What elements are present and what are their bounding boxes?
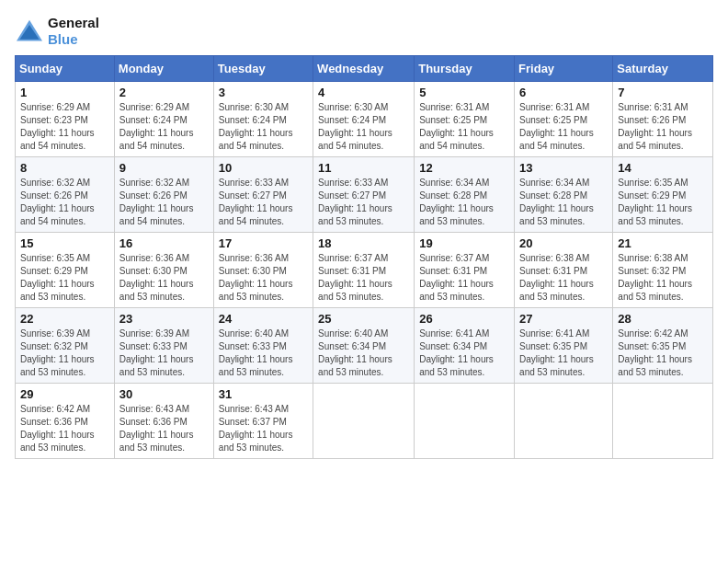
day-info: Sunrise: 6:33 AMSunset: 6:27 PMDaylight:…	[318, 178, 392, 226]
calendar-day-cell: 1 Sunrise: 6:29 AMSunset: 6:23 PMDayligh…	[16, 82, 115, 157]
day-number: 10	[219, 161, 308, 175]
calendar-day-cell: 14 Sunrise: 6:35 AMSunset: 6:29 PMDaylig…	[613, 157, 713, 233]
day-info: Sunrise: 6:38 AMSunset: 6:31 PMDaylight:…	[519, 253, 594, 302]
calendar-week-row: 8 Sunrise: 6:32 AMSunset: 6:26 PMDayligh…	[16, 157, 713, 233]
day-number: 24	[219, 312, 308, 326]
calendar-day-header: Thursday	[415, 56, 515, 82]
day-number: 4	[318, 86, 409, 99]
calendar-day-header: Tuesday	[213, 56, 313, 82]
calendar-day-cell: 16 Sunrise: 6:36 AMSunset: 6:30 PMDaylig…	[114, 233, 213, 308]
calendar-day-cell	[415, 384, 515, 459]
calendar-day-cell	[515, 384, 613, 459]
day-number: 23	[119, 312, 209, 326]
day-number: 25	[318, 312, 409, 326]
day-number: 31	[219, 387, 308, 401]
calendar-day-cell: 25 Sunrise: 6:40 AMSunset: 6:34 PMDaylig…	[313, 308, 415, 384]
day-info: Sunrise: 6:32 AMSunset: 6:26 PMDaylight:…	[119, 178, 194, 226]
calendar-day-cell: 12 Sunrise: 6:34 AMSunset: 6:28 PMDaylig…	[415, 157, 515, 233]
day-info: Sunrise: 6:42 AMSunset: 6:35 PMDaylight:…	[618, 328, 692, 377]
day-number: 28	[618, 312, 708, 326]
calendar-day-cell: 11 Sunrise: 6:33 AMSunset: 6:27 PMDaylig…	[313, 157, 415, 233]
day-info: Sunrise: 6:32 AMSunset: 6:26 PMDaylight:…	[20, 178, 95, 226]
calendar-day-cell: 19 Sunrise: 6:37 AMSunset: 6:31 PMDaylig…	[415, 233, 515, 308]
day-number: 13	[519, 161, 608, 175]
day-info: Sunrise: 6:43 AMSunset: 6:36 PMDaylight:…	[119, 404, 194, 453]
calendar-day-cell: 15 Sunrise: 6:35 AMSunset: 6:29 PMDaylig…	[16, 233, 115, 308]
day-number: 20	[519, 236, 608, 250]
day-info: Sunrise: 6:30 AMSunset: 6:24 PMDaylight:…	[318, 102, 392, 151]
calendar-week-row: 22 Sunrise: 6:39 AMSunset: 6:32 PMDaylig…	[16, 308, 713, 384]
calendar-day-cell: 13 Sunrise: 6:34 AMSunset: 6:28 PMDaylig…	[515, 157, 613, 233]
calendar-day-cell: 27 Sunrise: 6:41 AMSunset: 6:35 PMDaylig…	[515, 308, 613, 384]
calendar-day-cell	[613, 384, 713, 459]
day-number: 30	[119, 387, 209, 401]
day-info: Sunrise: 6:39 AMSunset: 6:33 PMDaylight:…	[119, 328, 194, 377]
calendar-day-cell: 21 Sunrise: 6:38 AMSunset: 6:32 PMDaylig…	[613, 233, 713, 308]
calendar-day-cell: 23 Sunrise: 6:39 AMSunset: 6:33 PMDaylig…	[114, 308, 213, 384]
calendar-day-cell: 29 Sunrise: 6:42 AMSunset: 6:36 PMDaylig…	[16, 384, 115, 459]
day-number: 8	[20, 161, 109, 175]
day-info: Sunrise: 6:43 AMSunset: 6:37 PMDaylight:…	[219, 404, 293, 453]
day-info: Sunrise: 6:30 AMSunset: 6:24 PMDaylight:…	[219, 102, 293, 151]
day-info: Sunrise: 6:39 AMSunset: 6:32 PMDaylight:…	[20, 328, 95, 377]
day-info: Sunrise: 6:31 AMSunset: 6:25 PMDaylight:…	[519, 102, 594, 151]
calendar-day-cell: 8 Sunrise: 6:32 AMSunset: 6:26 PMDayligh…	[16, 157, 115, 233]
calendar-day-header: Monday	[114, 56, 213, 82]
day-info: Sunrise: 6:31 AMSunset: 6:26 PMDaylight:…	[618, 102, 692, 151]
day-number: 9	[119, 161, 209, 175]
day-number: 6	[519, 86, 608, 99]
calendar-header: SundayMondayTuesdayWednesdayThursdayFrid…	[16, 56, 713, 82]
calendar-week-row: 29 Sunrise: 6:42 AMSunset: 6:36 PMDaylig…	[16, 384, 713, 459]
day-number: 22	[20, 312, 109, 326]
day-info: Sunrise: 6:40 AMSunset: 6:34 PMDaylight:…	[318, 328, 392, 377]
day-number: 11	[318, 161, 409, 175]
calendar-day-cell: 30 Sunrise: 6:43 AMSunset: 6:36 PMDaylig…	[114, 384, 213, 459]
calendar-day-cell: 31 Sunrise: 6:43 AMSunset: 6:37 PMDaylig…	[213, 384, 313, 459]
calendar-week-row: 15 Sunrise: 6:35 AMSunset: 6:29 PMDaylig…	[16, 233, 713, 308]
calendar-day-header: Wednesday	[313, 56, 415, 82]
calendar-day-cell: 6 Sunrise: 6:31 AMSunset: 6:25 PMDayligh…	[515, 82, 613, 157]
day-number: 19	[419, 236, 509, 250]
day-info: Sunrise: 6:34 AMSunset: 6:28 PMDaylight:…	[519, 178, 594, 226]
calendar-day-header: Saturday	[613, 56, 713, 82]
calendar-table: SundayMondayTuesdayWednesdayThursdayFrid…	[15, 55, 713, 459]
calendar-day-header: Friday	[515, 56, 613, 82]
logo: General Blue	[15, 15, 99, 48]
logo-text: General Blue	[48, 15, 99, 48]
day-number: 26	[419, 312, 509, 326]
day-number: 15	[20, 236, 109, 250]
day-number: 5	[419, 86, 509, 99]
calendar-day-cell: 4 Sunrise: 6:30 AMSunset: 6:24 PMDayligh…	[313, 82, 415, 157]
calendar-day-cell: 20 Sunrise: 6:38 AMSunset: 6:31 PMDaylig…	[515, 233, 613, 308]
day-info: Sunrise: 6:35 AMSunset: 6:29 PMDaylight:…	[20, 253, 95, 302]
day-info: Sunrise: 6:29 AMSunset: 6:23 PMDaylight:…	[20, 102, 95, 151]
calendar-day-cell: 10 Sunrise: 6:33 AMSunset: 6:27 PMDaylig…	[213, 157, 313, 233]
calendar-body: 1 Sunrise: 6:29 AMSunset: 6:23 PMDayligh…	[16, 82, 713, 459]
day-number: 14	[618, 161, 708, 175]
day-info: Sunrise: 6:36 AMSunset: 6:30 PMDaylight:…	[219, 253, 293, 302]
calendar-day-cell: 17 Sunrise: 6:36 AMSunset: 6:30 PMDaylig…	[213, 233, 313, 308]
day-number: 16	[119, 236, 209, 250]
day-info: Sunrise: 6:36 AMSunset: 6:30 PMDaylight:…	[119, 253, 194, 302]
calendar-day-cell: 7 Sunrise: 6:31 AMSunset: 6:26 PMDayligh…	[613, 82, 713, 157]
day-info: Sunrise: 6:40 AMSunset: 6:33 PMDaylight:…	[219, 328, 293, 377]
calendar-day-cell: 28 Sunrise: 6:42 AMSunset: 6:35 PMDaylig…	[613, 308, 713, 384]
day-info: Sunrise: 6:41 AMSunset: 6:34 PMDaylight:…	[419, 328, 494, 377]
calendar-day-cell: 5 Sunrise: 6:31 AMSunset: 6:25 PMDayligh…	[415, 82, 515, 157]
day-number: 21	[618, 236, 708, 250]
calendar-day-header: Sunday	[16, 56, 115, 82]
day-number: 29	[20, 387, 109, 401]
day-info: Sunrise: 6:38 AMSunset: 6:32 PMDaylight:…	[618, 253, 692, 302]
calendar-day-cell: 26 Sunrise: 6:41 AMSunset: 6:34 PMDaylig…	[415, 308, 515, 384]
day-info: Sunrise: 6:29 AMSunset: 6:24 PMDaylight:…	[119, 102, 194, 151]
day-number: 17	[219, 236, 308, 250]
day-number: 18	[318, 236, 409, 250]
calendar-day-cell: 24 Sunrise: 6:40 AMSunset: 6:33 PMDaylig…	[213, 308, 313, 384]
day-number: 3	[219, 86, 308, 99]
calendar-day-cell: 2 Sunrise: 6:29 AMSunset: 6:24 PMDayligh…	[114, 82, 213, 157]
day-info: Sunrise: 6:33 AMSunset: 6:27 PMDaylight:…	[219, 178, 293, 226]
day-number: 7	[618, 86, 708, 99]
day-info: Sunrise: 6:41 AMSunset: 6:35 PMDaylight:…	[519, 328, 594, 377]
day-number: 27	[519, 312, 608, 326]
day-info: Sunrise: 6:35 AMSunset: 6:29 PMDaylight:…	[618, 178, 692, 226]
